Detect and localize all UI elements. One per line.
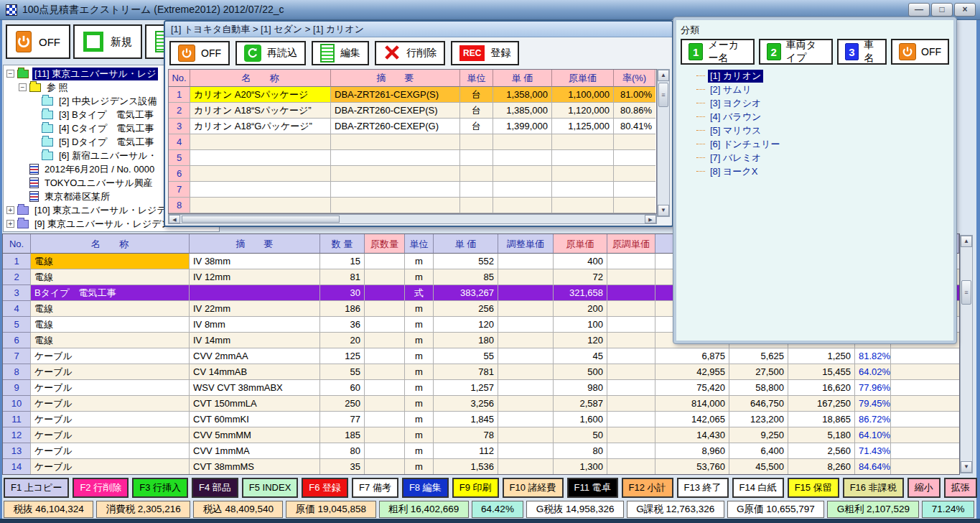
maker-name-button[interactable]: 1 メーカー名 [681, 39, 755, 65]
dialog-table-row[interactable]: 7 [169, 182, 656, 198]
cell-desc[interactable]: IV 8mm [190, 317, 320, 333]
dcell-price[interactable] [493, 198, 552, 213]
cell-unit[interactable]: m [405, 301, 434, 317]
fkey-button[interactable]: F2 行削除 [73, 478, 129, 498]
scroll-right-icon[interactable]: ▶ [645, 215, 656, 223]
dcell-no[interactable]: 2 [169, 103, 190, 119]
cell-unit[interactable]: m [405, 412, 434, 427]
cell-desc[interactable]: CVV 2mmAA [190, 348, 320, 364]
cell-desc[interactable]: CV 14mmAB [190, 364, 320, 380]
classification-off-button[interactable]: OFF [891, 39, 949, 65]
cell-unit[interactable]: m [405, 333, 434, 348]
dialog-title-bar[interactable]: [1] トヨキタ自動車 > [1] セダン > [1] カリオン [165, 22, 672, 37]
dcell-desc[interactable] [331, 134, 460, 150]
dcell-rate[interactable] [614, 166, 655, 182]
cell-no[interactable]: 7 [3, 348, 31, 364]
dcell-unit[interactable] [460, 182, 493, 198]
fkey-button[interactable]: 拡張 [944, 478, 977, 498]
scroll-left-icon[interactable]: ◀ [169, 215, 180, 223]
cell-desc[interactable]: IV 38mm [190, 254, 320, 269]
cell-adj[interactable] [498, 412, 554, 427]
cell-unit[interactable]: m [405, 459, 434, 475]
cell-ocost[interactable] [607, 380, 655, 396]
tree-item[interactable]: [8] 東京ユニバーサル・レジデ [6, 231, 219, 232]
cell-name[interactable]: ケーブル [31, 364, 190, 380]
dcell-no[interactable]: 8 [169, 198, 190, 213]
cell-qty[interactable]: 77 [320, 412, 365, 427]
cell-ocost[interactable] [607, 285, 655, 301]
cell-ocost[interactable] [607, 443, 655, 459]
cell-cost[interactable]: 100 [554, 317, 607, 333]
cell-ocost[interactable] [607, 364, 655, 380]
cell-cost[interactable]: 45 [554, 348, 607, 364]
cell-cost[interactable]: 200 [554, 301, 607, 317]
cell-ocost[interactable] [607, 348, 655, 364]
scroll-up-icon[interactable]: ▲ [658, 70, 669, 81]
tree-expander-icon[interactable] [6, 206, 14, 214]
cell-name[interactable]: 電線 [31, 317, 190, 333]
cell-cost-amount[interactable]: 58,800 [729, 380, 788, 396]
fkey-button[interactable]: F4 部品 [192, 478, 238, 498]
cell-adj[interactable] [498, 301, 554, 317]
cell-cost[interactable]: 2,587 [554, 396, 607, 412]
cell-price[interactable]: 120 [434, 317, 498, 333]
cell-ocost[interactable] [607, 427, 655, 443]
cell-name[interactable]: ケーブル [31, 459, 190, 475]
dialog-edit-button[interactable]: 編集 [312, 41, 369, 65]
table-row[interactable]: 11 ケーブル CVT 60mmKI 77 m 1,845 1,600 142,… [3, 412, 959, 427]
cell-unit[interactable]: m [405, 396, 434, 412]
cell-amount[interactable]: 814,000 [655, 396, 729, 412]
cell-qty[interactable]: 186 [320, 301, 365, 317]
dcell-desc[interactable] [331, 166, 460, 182]
cell-price[interactable]: 112 [434, 443, 498, 459]
cell-desc[interactable]: CVV 1mmMA [190, 443, 320, 459]
dcell-cost[interactable] [552, 150, 614, 166]
cell-price[interactable]: 78 [434, 427, 498, 443]
cell-unit[interactable]: m [405, 348, 434, 364]
cell-amount[interactable]: 42,955 [655, 364, 729, 380]
cell-oqty[interactable] [365, 412, 405, 427]
dcell-price[interactable]: 1,385,000 [493, 103, 552, 119]
cell-qty[interactable]: 125 [320, 348, 365, 364]
cell-gross[interactable]: 8,260 [788, 459, 855, 475]
classification-item[interactable]: [1] カリオン [681, 69, 949, 83]
car-name-button[interactable]: 3 車名 [837, 39, 887, 65]
cell-qty[interactable]: 60 [320, 380, 365, 396]
cell-rate[interactable]: 77.96% [855, 380, 891, 396]
cell-oqty[interactable] [365, 396, 405, 412]
dcell-name[interactable] [190, 166, 331, 182]
cell-no[interactable]: 12 [3, 427, 31, 443]
cell-desc[interactable]: IV 14mm [190, 333, 320, 348]
cell-cost[interactable]: 321,658 [554, 285, 607, 301]
cell-oqty[interactable] [365, 285, 405, 301]
cell-cost[interactable]: 50 [554, 427, 607, 443]
cell-no[interactable]: 1 [3, 254, 31, 269]
dcell-cost[interactable]: 1,125,000 [552, 119, 614, 134]
dcell-name[interactable]: カリオン A18“Gパッケージ” [190, 119, 331, 134]
cell-amount[interactable]: 142,065 [655, 412, 729, 427]
dialog-table-row[interactable]: 3 カリオン A18“Gパッケージ” DBA-ZRT260-CEXEP(G) 台… [169, 119, 656, 134]
cell-ocost[interactable] [607, 333, 655, 348]
cell-name[interactable]: ケーブル [31, 412, 190, 427]
maximize-button[interactable]: □ [931, 3, 953, 17]
cell-desc[interactable]: CVT 60mmKI [190, 412, 320, 427]
cell-adj[interactable] [498, 285, 554, 301]
cell-cost-amount[interactable]: 6,400 [729, 443, 788, 459]
fkey-button[interactable]: F11 電卓 [567, 478, 618, 498]
tree-expander-icon[interactable] [19, 83, 27, 91]
off-button[interactable]: OFF [6, 24, 70, 59]
dcell-no[interactable]: 5 [169, 150, 190, 166]
cell-gross[interactable]: 16,620 [788, 380, 855, 396]
cell-unit[interactable]: 式 [405, 285, 434, 301]
dcell-rate[interactable] [614, 150, 655, 166]
dialog-table-row[interactable]: 2 カリオン A18“Sパッケージ” DBA-ZRT260-CEXEP(S) 台… [169, 103, 656, 119]
fkey-button[interactable]: F8 編集 [402, 478, 449, 498]
dcell-cost[interactable] [552, 166, 614, 182]
dialog-table-row[interactable]: 8 [169, 198, 656, 213]
cell-gross[interactable]: 2,560 [788, 443, 855, 459]
dcell-name[interactable]: カリオン A20“Sパッケージ [190, 87, 331, 103]
cell-name[interactable]: 電線 [31, 269, 190, 285]
cell-name[interactable]: ケーブル [31, 396, 190, 412]
cell-ocost[interactable] [607, 396, 655, 412]
fkey-button[interactable]: F6 登録 [302, 478, 348, 498]
